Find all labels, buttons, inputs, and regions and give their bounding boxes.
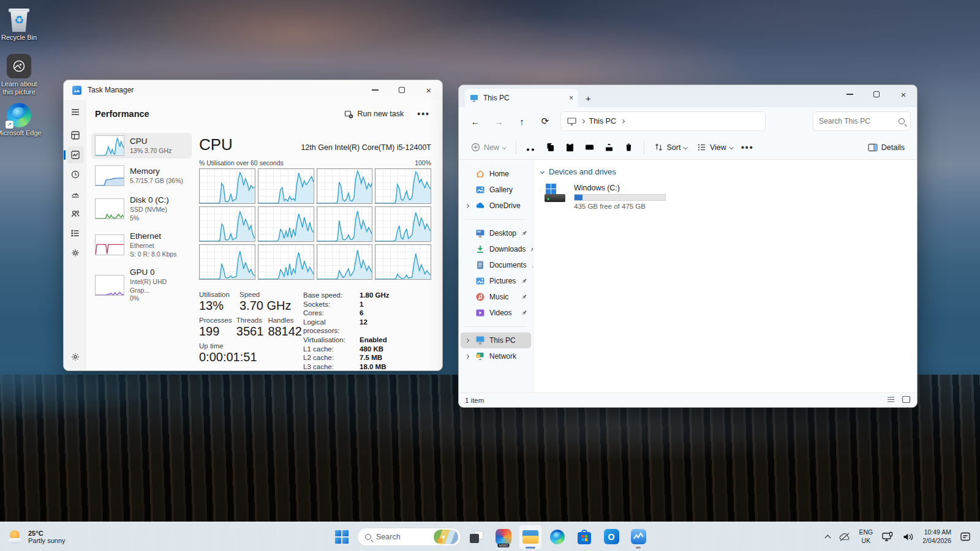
nav-item-network[interactable]: Network	[461, 348, 531, 364]
menu-hamburger-icon[interactable]	[67, 103, 84, 121]
startup-apps-icon[interactable]	[67, 186, 84, 203]
sidebar-item-gpu[interactable]: GPU 0 Intel(R) UHD Grap... 0%	[91, 265, 192, 305]
more-options-icon[interactable]: •••	[737, 138, 757, 157]
delete-button[interactable]	[619, 138, 639, 157]
onedrive-tray-icon[interactable]	[835, 526, 854, 548]
cpu-core-charts[interactable]	[199, 168, 431, 280]
volume-tray-icon[interactable]	[899, 526, 917, 548]
refresh-button[interactable]: ⟳	[535, 112, 556, 130]
nav-item-downloads[interactable]: Downloads	[461, 241, 531, 257]
microsoft-store-button[interactable]	[573, 525, 596, 549]
desktop-icon-learn-about-picture[interactable]: Learn about this picture	[0, 54, 42, 96]
nav-item-documents[interactable]: Documents	[461, 257, 531, 273]
nav-item-home[interactable]: Home	[461, 166, 531, 182]
view-button[interactable]: View	[692, 139, 737, 156]
nav-item-pictures[interactable]: Pictures	[461, 273, 531, 289]
expand-chevron-icon[interactable]	[465, 354, 469, 358]
back-button[interactable]: ←	[465, 112, 486, 130]
desktop-icon-recycle-bin[interactable]: ♻ Recycle Bin	[0, 6, 42, 42]
sort-button[interactable]: Sort	[649, 139, 692, 156]
collapse-chevron-icon[interactable]	[540, 170, 545, 174]
minimize-button[interactable]	[836, 85, 863, 103]
copy-button[interactable]	[541, 138, 560, 157]
nav-item-desktop[interactable]: Desktop	[461, 225, 531, 241]
nav-item-gallery[interactable]: Gallery	[461, 182, 531, 198]
large-icons-view-icon[interactable]	[902, 395, 911, 406]
close-button[interactable]: ×	[415, 81, 442, 99]
details-pane-icon	[868, 143, 878, 152]
explorer-content: Devices and drives Windows (C:) 435 GB f…	[533, 160, 917, 392]
up-button[interactable]: ↑	[511, 112, 532, 130]
ethernet-mini-chart	[95, 234, 124, 255]
address-bar[interactable]: This PC	[560, 111, 766, 131]
nav-item-onedrive[interactable]: OneDrive	[461, 198, 531, 214]
sidebar-item-memory[interactable]: Memory 5.7/15.7 GB (36%)	[91, 163, 192, 189]
task-manager-button[interactable]	[627, 525, 650, 549]
share-button[interactable]	[600, 138, 619, 157]
language-indicator[interactable]: ENG UK	[856, 526, 876, 548]
notification-center-icon[interactable]	[957, 526, 974, 548]
new-tab-button[interactable]: +	[586, 93, 591, 103]
drive-item-windows-c[interactable]: Windows (C:) 435 GB free of 475 GB	[545, 184, 917, 210]
group-devices-and-drives[interactable]: Devices and drives	[541, 167, 917, 176]
paste-button[interactable]	[560, 138, 580, 157]
tray-date: 2/04/2026	[922, 537, 951, 544]
processes-icon[interactable]	[67, 127, 84, 144]
taskbar-search-input[interactable]: Search	[357, 528, 461, 546]
close-button[interactable]: ×	[890, 85, 917, 103]
explorer-search-input[interactable]: Search This PC	[813, 111, 911, 131]
tray-overflow-chevron-icon[interactable]	[823, 526, 833, 548]
item-sub: Ethernet	[130, 242, 176, 250]
chevron-down-icon	[684, 145, 688, 149]
details-icon[interactable]	[67, 225, 84, 242]
details-pane-button[interactable]: Details	[863, 140, 910, 156]
item-sub: SSD (NVMe)	[130, 206, 169, 214]
downloads-icon	[475, 244, 485, 254]
copilot-m365-button[interactable]	[492, 525, 515, 549]
tab-close-icon[interactable]: ×	[569, 94, 573, 102]
task-manager-titlebar[interactable]: Task Manager ×	[64, 80, 442, 100]
tab-this-pc[interactable]: This PC ×	[465, 89, 578, 107]
cut-button[interactable]	[521, 138, 541, 157]
edge-button[interactable]	[546, 525, 569, 549]
stat-value: 88142	[268, 324, 302, 339]
minimize-button[interactable]	[361, 81, 388, 99]
services-icon[interactable]	[67, 244, 84, 261]
users-icon[interactable]	[67, 205, 84, 222]
breadcrumb-this-pc[interactable]: This PC	[589, 117, 616, 126]
network-tray-icon[interactable]	[878, 526, 897, 548]
task-view-button[interactable]	[465, 525, 488, 549]
desktop-icon-microsoft-edge[interactable]: ↗ Microsoft Edge	[0, 103, 42, 137]
nav-item-music[interactable]: Music	[461, 289, 531, 305]
outlook-button[interactable]	[600, 525, 623, 549]
widgets-button[interactable]: 25°C Partly sunny	[0, 522, 73, 551]
maximize-button[interactable]	[388, 81, 415, 99]
tray-time: 10:49 AM	[924, 528, 951, 536]
sidebar-item-ethernet[interactable]: Ethernet Ethernet S: 0 R: 8.0 Kbps	[91, 229, 192, 261]
settings-gear-icon[interactable]	[67, 348, 84, 365]
start-button[interactable]	[330, 525, 353, 549]
maximize-button[interactable]	[863, 85, 890, 103]
details-view-icon[interactable]	[886, 395, 895, 406]
edge-icon: ↗	[7, 103, 31, 127]
divider	[465, 326, 527, 327]
item-name: CPU	[130, 137, 172, 147]
more-options-icon[interactable]: •••	[417, 109, 430, 119]
breadcrumb-chevron-icon[interactable]	[620, 119, 624, 123]
gallery-icon	[475, 185, 485, 195]
sidebar-item-cpu[interactable]: CPU 13% 3.70 GHz	[91, 133, 192, 159]
explorer-tabstrip[interactable]: This PC × + ×	[459, 85, 917, 107]
forward-button[interactable]: →	[488, 112, 509, 130]
file-explorer-button[interactable]	[519, 525, 542, 549]
app-history-icon[interactable]	[67, 166, 84, 183]
new-button[interactable]: New	[466, 139, 511, 156]
clock[interactable]: 10:49 AM 2/04/2026	[919, 526, 954, 548]
sidebar-item-disk[interactable]: Disk 0 (C:) SSD (NVMe) 5%	[91, 193, 192, 225]
rename-button[interactable]	[580, 138, 600, 157]
run-new-task-button[interactable]: Run new task	[338, 107, 410, 122]
nav-item-this-pc[interactable]: This PC	[461, 332, 531, 348]
expand-chevron-icon[interactable]	[465, 204, 469, 208]
performance-icon[interactable]	[67, 146, 84, 163]
nav-item-videos[interactable]: Videos	[461, 305, 531, 321]
expand-chevron-icon[interactable]	[465, 339, 469, 342]
